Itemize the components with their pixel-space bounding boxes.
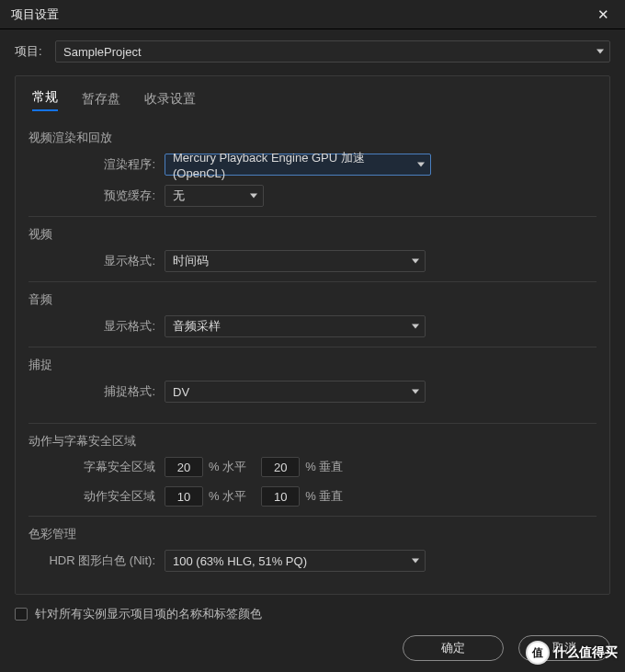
action-safe-h-input[interactable] <box>165 486 203 507</box>
chevron-down-icon <box>417 163 425 167</box>
section-capture: 捕捉 捕捉格式: DV <box>28 357 597 403</box>
section-title-capture: 捕捉 <box>28 357 597 373</box>
close-button[interactable]: ✕ <box>592 4 614 26</box>
divider <box>28 281 597 282</box>
chevron-down-icon <box>412 325 419 329</box>
preview-cache-value: 无 <box>173 188 185 204</box>
tab-general[interactable]: 常规 <box>32 89 58 111</box>
watermark-badge: 值 <box>526 641 550 665</box>
pct-v-label: % 垂直 <box>305 488 343 505</box>
audio-format-label: 显示格式: <box>28 318 165 335</box>
show-names-checkbox[interactable] <box>15 608 28 621</box>
pct-v-label: % 垂直 <box>305 459 343 475</box>
title-safe-v-input[interactable] <box>261 457 300 477</box>
hdr-white-label: HDR 图形白色 (Nit): <box>28 552 165 569</box>
row-preview-cache: 预览缓存: 无 <box>28 185 597 207</box>
project-label: 项目: <box>15 43 48 60</box>
chevron-down-icon <box>412 390 419 394</box>
video-format-value: 时间码 <box>173 253 209 269</box>
video-format-dropdown[interactable]: 时间码 <box>165 250 426 272</box>
pct-h-label: % 水平 <box>209 488 246 505</box>
action-safe-label: 动作安全区域 <box>28 488 165 505</box>
renderer-value: Mercury Playback Engine GPU 加速 (OpenCL) <box>173 150 410 180</box>
watermark: 值 什么值得买 <box>526 641 618 665</box>
chevron-down-icon <box>597 50 604 54</box>
row-renderer: 渲染程序: Mercury Playback Engine GPU 加速 (Op… <box>28 154 597 176</box>
dialog-title: 项目设置 <box>11 6 592 23</box>
hdr-white-value: 100 (63% HLG, 51% PQ) <box>173 554 307 568</box>
section-video-render: 视频渲染和回放 渲染程序: Mercury Playback Engine GP… <box>28 130 597 207</box>
section-title-video-render: 视频渲染和回放 <box>28 130 597 146</box>
row-audio-format: 显示格式: 音频采样 <box>28 315 597 337</box>
checkbox-row-show-names: 针对所有实例显示项目项的名称和标签颜色 <box>15 606 610 622</box>
action-safe-v-input[interactable] <box>261 486 300 507</box>
renderer-label: 渲染程序: <box>28 156 165 173</box>
capture-format-value: DV <box>173 385 189 399</box>
row-action-safe: 动作安全区域 % 水平 % 垂直 <box>28 486 597 507</box>
pct-h-label: % 水平 <box>209 459 246 475</box>
preview-cache-label: 预览缓存: <box>28 188 165 204</box>
video-format-label: 显示格式: <box>28 253 165 269</box>
ok-button[interactable]: 确定 <box>403 635 504 661</box>
section-title-color: 色彩管理 <box>28 526 597 542</box>
capture-format-dropdown[interactable]: DV <box>165 381 426 403</box>
main-content: 项目: SampleProject 常规 暂存盘 收录设置 视频渲染和回放 渲染… <box>0 29 625 672</box>
preview-cache-dropdown[interactable]: 无 <box>165 185 264 207</box>
chevron-down-icon <box>250 194 257 199</box>
titlebar: 项目设置 ✕ <box>0 0 625 29</box>
divider <box>28 423 597 424</box>
audio-format-value: 音频采样 <box>173 318 221 335</box>
section-color: 色彩管理 HDR 图形白色 (Nit): 100 (63% HLG, 51% P… <box>28 526 597 572</box>
divider <box>28 216 597 217</box>
section-audio: 音频 显示格式: 音频采样 <box>28 291 597 337</box>
show-names-label: 针对所有实例显示项目项的名称和标签颜色 <box>35 606 262 622</box>
hdr-white-dropdown[interactable]: 100 (63% HLG, 51% PQ) <box>165 550 426 572</box>
title-safe-h-input[interactable] <box>165 457 203 477</box>
capture-format-label: 捕捉格式: <box>28 383 165 400</box>
divider <box>28 347 597 347</box>
chevron-down-icon <box>412 559 419 564</box>
renderer-dropdown[interactable]: Mercury Playback Engine GPU 加速 (OpenCL) <box>165 154 431 176</box>
section-title-safe-areas: 动作与字幕安全区域 <box>28 433 597 450</box>
row-hdr-white: HDR 图形白色 (Nit): 100 (63% HLG, 51% PQ) <box>28 550 597 572</box>
section-safe-areas: 动作与字幕安全区域 字幕安全区域 % 水平 % 垂直 动作安全区域 % 水平 <box>28 433 597 507</box>
settings-panel: 常规 暂存盘 收录设置 视频渲染和回放 渲染程序: Mercury Playba… <box>15 75 610 595</box>
section-title-audio: 音频 <box>28 291 597 308</box>
project-dropdown[interactable]: SampleProject <box>55 40 610 63</box>
row-capture-format: 捕捉格式: DV <box>28 381 597 403</box>
button-row: 确定 取消 <box>15 635 610 661</box>
row-title-safe: 字幕安全区域 % 水平 % 垂直 <box>28 457 597 477</box>
section-title-video: 视频 <box>28 226 597 243</box>
tabs: 常规 暂存盘 收录设置 <box>28 76 597 120</box>
tab-scratch-disks[interactable]: 暂存盘 <box>82 91 120 111</box>
audio-format-dropdown[interactable]: 音频采样 <box>165 315 426 337</box>
section-video: 视频 显示格式: 时间码 <box>28 226 597 272</box>
watermark-text: 什么值得买 <box>553 644 618 661</box>
row-video-format: 显示格式: 时间码 <box>28 250 597 272</box>
tab-ingest[interactable]: 收录设置 <box>144 91 196 111</box>
project-name: SampleProject <box>63 45 142 59</box>
project-row: 项目: SampleProject <box>15 40 610 63</box>
divider <box>28 516 597 517</box>
chevron-down-icon <box>412 259 419 264</box>
title-safe-label: 字幕安全区域 <box>28 459 165 475</box>
